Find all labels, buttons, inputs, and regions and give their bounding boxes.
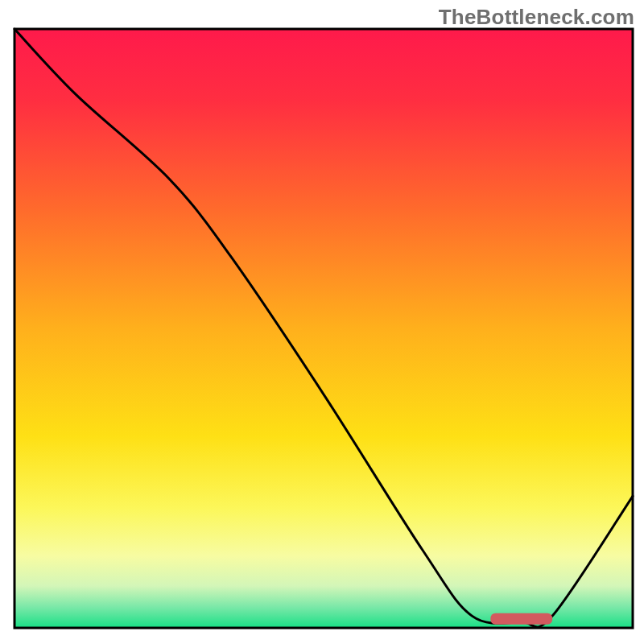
chart-svg <box>0 0 644 644</box>
plot-area <box>14 29 633 628</box>
bottleneck-chart: TheBottleneck.com <box>0 0 644 644</box>
watermark-text: TheBottleneck.com <box>439 5 634 30</box>
optimal-range-marker <box>490 613 552 625</box>
gradient-background <box>14 29 633 628</box>
